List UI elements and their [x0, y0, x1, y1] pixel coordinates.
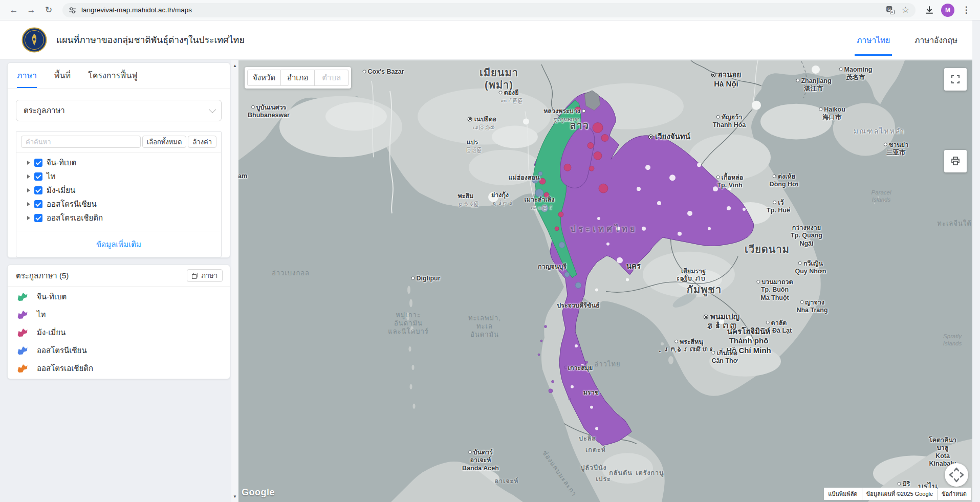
map-canvas[interactable]: เมียนมา (พม่า)ตองยีတောင်ကြီးမြို့เนปยีดอ… — [238, 60, 972, 502]
dropdown-value: ตระกูลภาษา — [24, 104, 65, 117]
legend-list: จีน-ทิเบตไทม้ง-เมี่ยนออสโตรนีเซียนออสโตร… — [8, 289, 230, 376]
admin-level-button-2: ตำบล — [315, 70, 349, 86]
legend-item-label: ออสโตรเอเชียติก — [37, 362, 93, 375]
translate-icon[interactable]: G A — [886, 6, 895, 14]
tree-item-2[interactable]: ม้ง-เมี่ยน — [21, 183, 216, 197]
legend-item-label: ออสโตรนีเซียน — [37, 344, 87, 357]
tab-2[interactable]: โครงการฟื้นฟู — [88, 63, 138, 88]
tree-item-label: ม้ง-เมี่ยน — [47, 184, 75, 197]
page-title: แผนที่ภาษาของกลุ่มชาติพันธุ์ต่างๆในประเท… — [56, 33, 245, 47]
app-body: ภาษาพื้นที่โครงการฟื้นฟู ตระกูลภาษา เลือ… — [0, 60, 980, 502]
terms-link[interactable]: ข้อกำหนด — [938, 488, 971, 500]
pan-button[interactable] — [945, 463, 968, 487]
tab-1[interactable]: พื้นที่ — [54, 63, 71, 88]
fullscreen-button[interactable] — [944, 68, 967, 91]
lang-english-link[interactable]: ภาษาอังกฤษ — [913, 31, 959, 50]
checkbox-checked[interactable] — [34, 172, 42, 181]
address-bar[interactable]: langrevival-map.mahidol.ac.th/maps G A ☆ — [62, 3, 916, 17]
legend-item-1: ไท — [8, 307, 230, 322]
legend-toggle-button[interactable]: ภาษา — [187, 269, 223, 282]
sidebar-tabs: ภาษาพื้นที่โครงการฟื้นฟู — [8, 63, 230, 89]
region-swatch-icon — [16, 309, 29, 320]
tree-item-3[interactable]: ออสโตรนีเซียน — [21, 197, 216, 211]
divider — [16, 152, 221, 152]
tree-item-1[interactable]: ไท — [21, 169, 216, 183]
forward-icon[interactable]: → — [24, 3, 39, 18]
legend-item-0: จีน-ทิเบต — [8, 289, 230, 304]
expand-caret-icon[interactable] — [27, 202, 30, 206]
lang-thai-link[interactable]: ภาษาไทย — [856, 31, 891, 50]
url-text[interactable]: langrevival-map.mahidol.ac.th/maps — [81, 6, 886, 14]
legend-item-label: จีน-ทิเบต — [37, 291, 67, 303]
clear-button[interactable]: ล้างค่า — [188, 136, 216, 148]
sidebar-scrollbar[interactable]: ▲ ▼ — [231, 60, 238, 502]
fullscreen-icon — [951, 75, 960, 84]
more-info-link[interactable]: ข้อมูลเพิ่มเติม — [16, 231, 221, 258]
checkbox-checked[interactable] — [34, 214, 42, 222]
menu-dots-icon[interactable]: ⋮ — [959, 3, 974, 18]
checkbox-checked[interactable] — [34, 186, 42, 194]
pan-arrows-icon — [945, 463, 968, 487]
region-swatch-icon — [16, 345, 29, 356]
expand-caret-icon[interactable] — [27, 161, 30, 165]
avatar[interactable]: M — [941, 4, 954, 17]
search-input[interactable] — [21, 136, 141, 148]
legend-item-3: ออสโตรนีเซียน — [8, 342, 230, 358]
page-scrollbar[interactable] — [972, 20, 980, 502]
download-icon[interactable] — [925, 6, 934, 14]
keyboard-shortcuts-link[interactable]: แป้นพิมพ์ลัด — [824, 488, 861, 500]
checkbox-checked[interactable] — [34, 200, 42, 208]
tree-item-label: จีน-ทิเบต — [47, 157, 76, 169]
google-logo[interactable]: Google — [242, 487, 275, 498]
language-tree-box: เลือกทั้งหมด ล้างค่า จีน-ทิเบตไทม้ง-เมี่… — [16, 131, 222, 257]
browser-toolbar: ← → ↻ langrevival-map.mahidol.ac.th/maps… — [0, 0, 980, 20]
tree-item-label: ออสโตรเอเชียติก — [47, 212, 103, 224]
tree-item-label: ไท — [47, 170, 55, 183]
legend-item-label: ไท — [37, 309, 46, 321]
expand-caret-icon[interactable] — [27, 174, 30, 179]
tree-item-label: ออสโตรนีเซียน — [47, 198, 97, 210]
map-base-svg — [238, 60, 972, 502]
legend-item-4: ออสโตรเอเชียติก — [8, 360, 230, 376]
legend-title: ตระกูลภาษา (5) — [16, 270, 69, 282]
tab-0[interactable]: ภาษา — [17, 63, 37, 88]
map-attribution: แป้นพิมพ์ลัด ข้อมูลแผนที่ ©2025 Google ข… — [824, 488, 971, 500]
mahidol-logo — [21, 27, 47, 53]
reload-icon[interactable]: ↻ — [41, 3, 56, 18]
printer-icon — [950, 156, 961, 166]
checkbox-checked[interactable] — [34, 159, 42, 167]
map-data-text: ข้อมูลแผนที่ ©2025 Google — [862, 488, 938, 500]
scroll-down-icon[interactable]: ▼ — [231, 494, 238, 499]
tree-item-4[interactable]: ออสโตรเอเชียติก — [21, 211, 216, 225]
expand-caret-icon[interactable] — [27, 188, 30, 192]
app-header: แผนที่ภาษาของกลุ่มชาติพันธุ์ต่างๆในประเท… — [0, 20, 980, 60]
expand-caret-icon[interactable] — [27, 216, 30, 220]
admin-level-button-1[interactable]: อำเภอ — [281, 70, 315, 86]
language-tree: จีน-ทิเบตไทม้ง-เมี่ยนออสโตรนีเซียนออสโตร… — [21, 156, 216, 225]
legend-toggle-label: ภาษา — [201, 270, 217, 281]
scroll-up-icon[interactable]: ▲ — [231, 63, 238, 68]
tree-item-0[interactable]: จีน-ทิเบต — [21, 156, 216, 169]
region-swatch-icon — [16, 327, 29, 338]
admin-level-button-0[interactable]: จังหวัด — [247, 70, 281, 86]
legend-item-2: ม้ง-เมี่ยน — [8, 324, 230, 340]
filter-panel: ภาษาพื้นที่โครงการฟื้นฟู ตระกูลภาษา เลือ… — [7, 62, 230, 258]
region-swatch-icon — [16, 291, 29, 302]
language-family-dropdown[interactable]: ตระกูลภาษา — [16, 100, 222, 121]
admin-level-buttons: จังหวัดอำเภอตำบล — [245, 67, 351, 89]
layers-icon — [192, 273, 198, 279]
bookmark-star-icon[interactable]: ☆ — [902, 5, 909, 15]
print-button[interactable] — [944, 150, 967, 172]
select-all-button[interactable]: เลือกทั้งหมด — [142, 136, 187, 148]
chevron-down-icon — [209, 106, 216, 113]
region-swatch-icon — [16, 363, 29, 374]
site-settings-icon[interactable] — [69, 7, 76, 14]
back-icon[interactable]: ← — [6, 3, 21, 18]
legend-panel: ตระกูลภาษา (5) ภาษา จีน-ทิเบตไทม้ง-เมี่ย… — [7, 265, 230, 379]
legend-item-label: ม้ง-เมี่ยน — [37, 326, 66, 339]
